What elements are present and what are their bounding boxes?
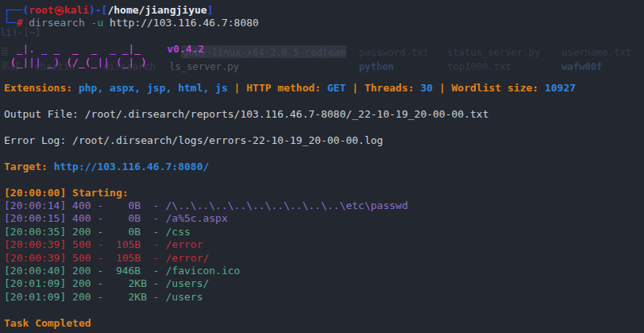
blank-line [4, 173, 644, 186]
scan-result-row: [20:00:40] 200 - 946B - /favicon.ico [4, 265, 644, 277]
threads-value: 30 [420, 82, 433, 94]
scan-result-row: [20:00:39] 500 - 105B - /error/ [4, 252, 644, 265]
dirsearch-ascii-logo: _|. _ _ _ _ _ _|_ [4, 43, 141, 55]
output-file-line: Output File: /root/.dirsearch/reports/10… [4, 108, 644, 121]
banner-line-2: (_||| _) (/_(_|| (_| ) [4, 56, 644, 69]
target-label: Target: [4, 161, 54, 172]
extensions-label: Extensions: [4, 82, 79, 94]
command-url[interactable]: http://103.116.46.7:8080 [103, 17, 259, 29]
scan-result-row: [20:01:09] 200 - 2KB - /users [4, 291, 644, 304]
command-line: └─# dirsearch -u http://103.116.46.7:808… [4, 17, 644, 29]
dirsearch-ascii-logo: (_||| _) (/_(_|| (_| ) [4, 56, 147, 68]
scan-result-row: [20:00:35] 200 - 0B - /css [4, 226, 644, 238]
blank-line [4, 95, 644, 108]
prompt-frame-bottom: └─ [4, 17, 17, 29]
banner-line-1: _|. _ _ _ _ _ _|_v0.4.2 [4, 43, 644, 56]
blank-line [4, 30, 644, 43]
version-label: v0.4.2 [167, 43, 204, 55]
terminal-window[interactable]: li)-[~] 音 goby-linux-x64-2.0.5-redteam p… [0, 0, 644, 333]
target-url[interactable]: http://103.116.46.7:8080/ [54, 161, 210, 172]
prompt-user: root [29, 4, 53, 16]
scan-result-row: [20:01:09] 200 - 2KB - /users/ [4, 277, 644, 290]
blank-line [4, 122, 644, 134]
http-method-label: | HTTP method: [228, 82, 327, 94]
blank-line [4, 147, 644, 160]
http-method-value: GET [327, 82, 345, 94]
target-line: Target: http://103.116.46.7:8080/ [4, 161, 644, 173]
kali-at-icon: ㉿ [54, 4, 64, 16]
scan-result-row: [20:00:15] 400 - 0B - /a%5c.aspx [4, 212, 644, 225]
wordlist-value: 10927 [545, 82, 576, 94]
prompt-frame-close: ] [207, 4, 214, 16]
command-flag: -u [85, 17, 103, 29]
blank-line [4, 304, 644, 316]
blank-line [4, 69, 644, 82]
prompt-line-1: ┌──(root㉿kali)-[/home/jiangjiyue] [4, 4, 644, 17]
task-completed-line: Task Completed [4, 317, 644, 330]
command-name: dirsearch [22, 17, 84, 29]
scan-options-line: Extensions: php, aspx, jsp, html, js | H… [4, 82, 644, 95]
starting-line: [20:00:00] Starting: [4, 187, 644, 199]
prompt-host: kali [64, 4, 89, 16]
wordlist-label: | Wordlist size: [433, 82, 545, 94]
scan-result-row: [20:00:39] 500 - 105B - /error [4, 238, 644, 251]
error-log-line: Error Log: /root/.dirsearch/logs/errors-… [4, 134, 644, 147]
threads-label: | Threads: [345, 82, 420, 94]
extensions-value: php, aspx, jsp, html, js [79, 82, 228, 94]
scan-result-row: [20:00:14] 400 - 0B - /\..\..\..\..\..\.… [4, 199, 644, 212]
prompt-frame-top: ┌──( [4, 4, 29, 16]
prompt-cwd: /home/jiangjiyue [107, 4, 206, 16]
prompt-frame-mid: )-[ [89, 4, 107, 16]
